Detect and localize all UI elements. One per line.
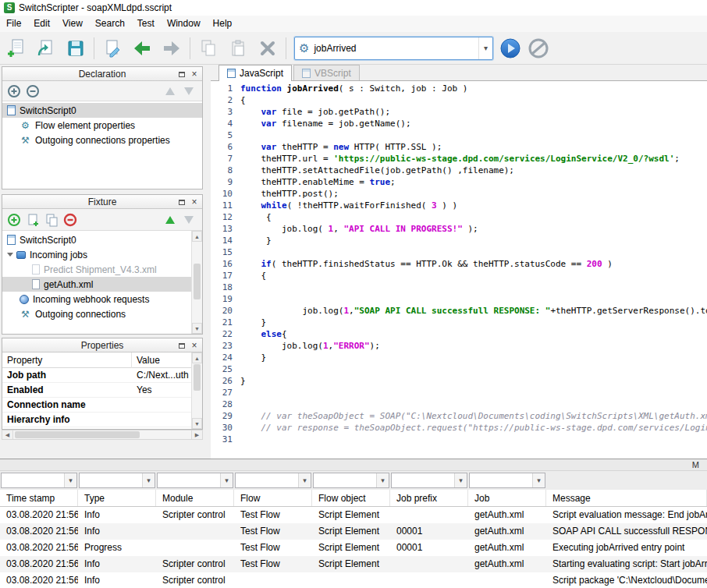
code-line[interactable]: [240, 387, 707, 398]
code-line[interactable]: [240, 246, 707, 258]
code-line[interactable]: else{: [240, 328, 707, 340]
column-header-flow-object[interactable]: Flow object: [312, 490, 390, 506]
column-header-type[interactable]: Type: [78, 490, 156, 506]
property-row[interactable]: Job pathC:/Next...uth: [2, 368, 202, 383]
filter-combo-flow[interactable]: ▾: [235, 473, 311, 488]
dropdown-arrow-icon[interactable]: ▾: [142, 473, 155, 487]
code-line[interactable]: [240, 129, 707, 141]
code-line[interactable]: [240, 363, 707, 375]
tree-item-outgoing-connections-properties[interactable]: ⚒Outgoing connections properties: [2, 133, 202, 147]
close-button[interactable]: ×: [188, 69, 201, 80]
fixture-move-up-button[interactable]: [162, 211, 179, 228]
undo-button[interactable]: [129, 35, 155, 62]
float-button[interactable]: [176, 69, 188, 80]
filter-combo-flow-object[interactable]: ▾: [313, 473, 389, 488]
copy-button[interactable]: [195, 35, 222, 62]
filter-combo-type[interactable]: ▾: [79, 473, 155, 488]
menu-view[interactable]: View: [56, 16, 89, 32]
code-line[interactable]: while( !theHTTP.waitForFinished( 3 ) ): [240, 200, 707, 211]
fixture-remove-button[interactable]: [62, 211, 79, 228]
expander-down-icon[interactable]: [7, 253, 13, 257]
paste-button[interactable]: [225, 35, 251, 62]
menu-window[interactable]: Window: [161, 16, 207, 32]
fixture-add-button[interactable]: [5, 211, 23, 228]
scroll-right-icon[interactable]: ▶: [191, 430, 202, 439]
tab-javascript[interactable]: JavaScript: [218, 65, 292, 81]
code-line[interactable]: // var theSoapObject = SOAP("C:\Nextclou…: [240, 410, 707, 422]
float-button[interactable]: [176, 197, 188, 208]
save-script-button[interactable]: [62, 35, 89, 62]
filter-combo-time-stamp[interactable]: ▾: [1, 473, 77, 488]
close-button[interactable]: ×: [188, 197, 201, 208]
dropdown-arrow-icon[interactable]: ▾: [532, 473, 545, 487]
code-line[interactable]: }: [240, 352, 707, 363]
dropdown-arrow-icon[interactable]: ▾: [64, 473, 76, 487]
code-line[interactable]: [240, 282, 707, 293]
scroll-down-icon[interactable]: ▼: [192, 418, 202, 429]
column-header-module[interactable]: Module: [156, 490, 234, 506]
code-line[interactable]: {: [240, 211, 707, 223]
tree-item-getauth-xml[interactable]: getAuth.xml: [2, 277, 191, 292]
filter-combo-job-prefix[interactable]: ▾: [391, 473, 467, 488]
code-line[interactable]: {: [240, 270, 707, 282]
dropdown-arrow-icon[interactable]: ▾: [376, 473, 389, 487]
close-button[interactable]: ×: [188, 340, 201, 352]
vertical-splitter[interactable]: [204, 65, 211, 459]
code-line[interactable]: theHTTP.url = 'https://public-ws-stage.d…: [240, 153, 707, 165]
editor-code[interactable]: function jobArrived( s : Switch, job : J…: [240, 81, 707, 459]
fixture-add-file-button[interactable]: [24, 211, 41, 228]
menu-search[interactable]: Search: [89, 16, 131, 32]
code-line[interactable]: {: [240, 94, 707, 106]
code-line[interactable]: theHTTP.setAttachedFile(job.getPath() ,f…: [240, 165, 707, 176]
declaration-move-up-button[interactable]: [162, 83, 179, 100]
delete-button[interactable]: [254, 35, 281, 62]
menu-file[interactable]: File: [0, 16, 27, 32]
code-line[interactable]: [240, 434, 707, 445]
column-header-property[interactable]: Property: [2, 352, 132, 368]
code-line[interactable]: if( theHTTP.finishedStatus == HTTP.Ok &&…: [240, 258, 707, 270]
code-line[interactable]: var file = job.getPath();: [240, 106, 707, 118]
code-line[interactable]: theHTTP.enableMime = true;: [240, 176, 707, 188]
code-line[interactable]: var theHTTP = new HTTP( HTTP.SSL );: [240, 141, 707, 153]
column-header-job-prefix[interactable]: Job prefix: [390, 490, 468, 506]
message-row[interactable]: 03.08.2020 21:56InfoScripter controlTest…: [0, 556, 707, 572]
dropdown-arrow-icon[interactable]: ▾: [478, 37, 492, 59]
tab-vbscript[interactable]: VBScript: [293, 65, 360, 80]
dropdown-arrow-icon[interactable]: ▾: [220, 473, 233, 487]
declaration-move-down-button[interactable]: [180, 83, 197, 100]
fixture-scrollbar[interactable]: ▲ ▼: [191, 231, 202, 334]
column-header-flow[interactable]: Flow: [234, 490, 312, 506]
fixture-move-down-button[interactable]: [180, 211, 197, 228]
dropdown-arrow-icon[interactable]: ▾: [454, 473, 467, 487]
scroll-thumb[interactable]: [194, 264, 201, 299]
code-line[interactable]: function jobArrived( s : Switch, job : J…: [240, 83, 707, 94]
left-horizontal-scrollbar[interactable]: ◀ ▶: [2, 430, 203, 440]
code-line[interactable]: var filename = job.getName();: [240, 118, 707, 129]
property-row[interactable]: Hierarchy info: [2, 413, 202, 427]
menu-test[interactable]: Test: [131, 16, 161, 32]
tree-item-incoming-webhook-requests[interactable]: Incoming webhook requests: [2, 292, 191, 306]
property-row[interactable]: EnabledYes: [2, 383, 202, 398]
message-row[interactable]: 03.08.2020 21:56InfoTest FlowScript Elem…: [0, 523, 707, 540]
message-row[interactable]: 03.08.2020 21:56InfoScripter controlScri…: [0, 572, 707, 588]
menu-edit[interactable]: Edit: [27, 16, 56, 32]
code-line[interactable]: theHTTP.post();: [240, 188, 707, 200]
run-button[interactable]: [498, 36, 523, 61]
new-script-button[interactable]: [3, 35, 30, 62]
message-row[interactable]: 03.08.2020 21:56InfoScripter controlTest…: [0, 507, 707, 523]
scroll-thumb[interactable]: [194, 364, 201, 391]
tree-item-predict-shipment-v4-3-xml[interactable]: Predict Shipment_V4.3.xml: [2, 262, 191, 277]
open-script-button[interactable]: [33, 35, 59, 62]
properties-scrollbar[interactable]: ▲ ▼: [191, 352, 202, 429]
scroll-thumb[interactable]: [15, 431, 140, 438]
code-line[interactable]: }: [240, 317, 707, 328]
message-row[interactable]: 03.08.2020 21:56ProgressTest FlowScript …: [0, 540, 707, 556]
code-line[interactable]: }: [240, 375, 707, 387]
redo-button[interactable]: [158, 35, 185, 62]
tree-item-flow-element-properties[interactable]: ⚙Flow element properties: [2, 118, 202, 133]
declaration-add-button[interactable]: [5, 83, 23, 100]
filter-combo-job[interactable]: ▾: [469, 473, 545, 488]
tree-item-switchscript0[interactable]: SwitchScript0: [2, 103, 202, 118]
float-button[interactable]: [176, 340, 188, 352]
code-line[interactable]: job.log( 1, "API CALL IN PROGRESS!" );: [240, 223, 707, 235]
